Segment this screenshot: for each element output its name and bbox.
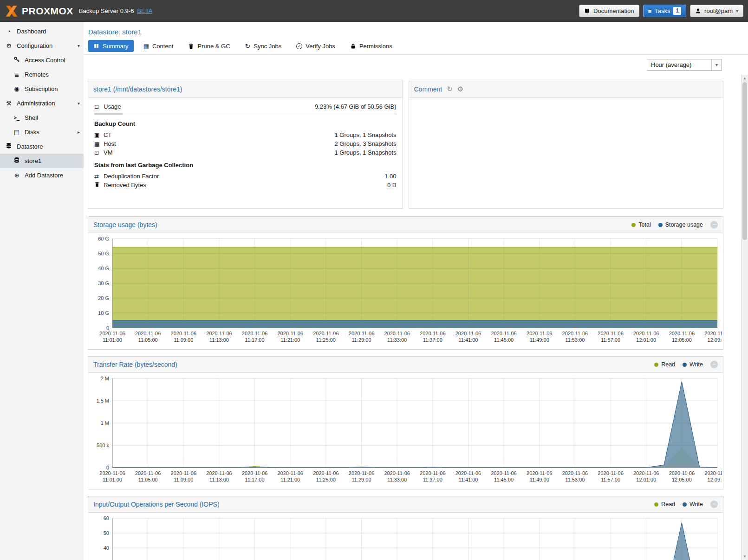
gauge-icon: ◔	[5, 28, 13, 35]
svg-text:11:29:00: 11:29:00	[352, 337, 371, 343]
svg-text:2020-11-06: 2020-11-06	[278, 470, 303, 476]
svg-text:11:57:00: 11:57:00	[601, 337, 620, 343]
svg-text:2020-11-06: 2020-11-06	[384, 470, 410, 476]
svg-text:11:09:00: 11:09:00	[174, 477, 193, 482]
chart-title: Transfer Rate (bytes/second)	[93, 361, 177, 368]
svg-text:11:25:00: 11:25:00	[316, 477, 336, 482]
svg-text:2020-11-06: 2020-11-06	[633, 470, 659, 476]
check-circle-icon: ✓	[296, 43, 302, 49]
legend-item[interactable]: Write	[683, 361, 703, 368]
chevron-down-icon[interactable]: ▾	[78, 43, 80, 48]
vertical-scrollbar[interactable]: ▲ ▼	[741, 75, 748, 560]
chart-legend: ReadWrite	[654, 501, 703, 508]
summary-content: store1 (/mnt/datastores/store1) ⊟ Usage …	[84, 75, 748, 560]
comment-body[interactable]	[409, 98, 723, 107]
sidebar-item-disks[interactable]: ▤ Disks ▸	[0, 125, 84, 139]
svg-text:12:09:00: 12:09:00	[708, 477, 722, 482]
legend-dot	[683, 502, 687, 507]
svg-text:2020-11-06: 2020-11-06	[384, 331, 410, 336]
svg-text:2020-11-06: 2020-11-06	[135, 470, 161, 476]
key-icon	[13, 56, 20, 64]
chevron-right-icon[interactable]: ▸	[78, 130, 80, 135]
refresh-icon[interactable]: ↻	[447, 85, 453, 93]
svg-text:11:21:00: 11:21:00	[280, 477, 300, 482]
collapse-minus-icon[interactable]: −	[710, 361, 718, 368]
collapse-minus-icon[interactable]: −	[710, 501, 718, 508]
legend-item[interactable]: Write	[683, 501, 703, 508]
legend-item[interactable]: Total	[631, 221, 650, 228]
collapse-minus-icon[interactable]: −	[710, 221, 718, 228]
svg-text:2 M: 2 M	[101, 376, 109, 381]
tasks-count-badge: 1	[673, 7, 681, 15]
documentation-button[interactable]: Documentation	[579, 5, 639, 17]
vm-row: ⊡ VM 1 Groups, 1 Snapshots	[94, 148, 397, 157]
svg-text:2020-11-06: 2020-11-06	[527, 331, 552, 336]
tab-sync-jobs[interactable]: ↻ Sync Jobs	[240, 40, 287, 52]
chevron-down-icon[interactable]: ▾	[78, 101, 80, 106]
legend-dot	[658, 223, 663, 227]
sidebar-item-subscription[interactable]: ◉ Subscription	[0, 82, 84, 96]
sidebar-item-add-datastore[interactable]: ⊕ Add Datastore	[0, 168, 84, 182]
proxmox-logo: PROXMOX	[5, 4, 73, 18]
compress-arrows-icon: ⇄	[94, 173, 104, 180]
svg-text:12:01:00: 12:01:00	[636, 337, 656, 343]
sidebar-item-dashboard[interactable]: ◔ Dashboard	[0, 24, 84, 39]
tasks-button[interactable]: ≡ Tasks 1	[643, 5, 687, 17]
svg-text:2020-11-06: 2020-11-06	[420, 331, 445, 336]
tab-bar: Summary ▦ Content Prune & GC ↻ Sync Jobs…	[84, 40, 748, 55]
svg-text:11:57:00: 11:57:00	[601, 477, 620, 482]
user-menu-button[interactable]: root@pam ▾	[690, 5, 743, 17]
legend-item[interactable]: Storage usage	[658, 221, 703, 228]
tab-summary[interactable]: Summary	[88, 40, 134, 52]
sidebar-item-administration[interactable]: ⚒ Administration ▾	[0, 96, 84, 111]
svg-text:11:21:00: 11:21:00	[280, 337, 300, 343]
tab-verify-jobs[interactable]: ✓ Verify Jobs	[291, 40, 340, 52]
panel-title: store1 (/mnt/datastores/store1)	[93, 85, 182, 93]
trash-icon	[188, 43, 194, 49]
sidebar-item-configuration[interactable]: ⚙ Configuration ▾	[0, 39, 84, 53]
comment-panel: Comment ↻ ⚙	[409, 81, 724, 208]
svg-text:2020-11-06: 2020-11-06	[278, 331, 303, 336]
disks-icon: ▤	[13, 129, 20, 136]
usage-row: ⊟ Usage 9.23% (4.67 GiB of 50.56 GiB)	[94, 102, 397, 111]
tab-permissions[interactable]: Permissions	[345, 40, 397, 52]
app-window: PROXMOX Backup Server 0.9-6 BETA Documen…	[0, 0, 748, 560]
svg-text:0: 0	[106, 465, 109, 470]
dedup-row: ⇄ Deduplication Factor 1.00	[94, 172, 397, 181]
svg-text:11:53:00: 11:53:00	[565, 477, 585, 482]
svg-text:2020-11-06: 2020-11-06	[99, 331, 125, 336]
sidebar-item-datastore[interactable]: Datastore	[0, 139, 84, 154]
chevron-down-icon[interactable]: ▾	[711, 59, 722, 70]
gears-icon: ⚙	[5, 42, 13, 49]
scroll-up-icon[interactable]: ▲	[741, 75, 748, 82]
scrollbar-thumb[interactable]	[742, 82, 747, 240]
svg-text:11:13:00: 11:13:00	[209, 337, 229, 343]
svg-text:11:53:00: 11:53:00	[565, 337, 585, 343]
beta-link[interactable]: BETA	[137, 7, 152, 14]
tab-prune-gc[interactable]: Prune & GC	[183, 40, 235, 52]
sidebar-item-remotes[interactable]: ≣ Remotes	[0, 67, 84, 82]
time-range-select[interactable]: Hour (average) ▾	[647, 59, 722, 71]
svg-text:60 G: 60 G	[98, 236, 109, 241]
svg-text:11:13:00: 11:13:00	[209, 477, 229, 482]
svg-text:2020-11-06: 2020-11-06	[313, 470, 338, 476]
sidebar-item-access-control[interactable]: Access Control	[0, 53, 84, 67]
scroll-down-icon[interactable]: ▼	[741, 553, 748, 560]
svg-text:2020-11-06: 2020-11-06	[669, 470, 695, 476]
legend-dot	[683, 363, 687, 367]
sidebar-item-store1[interactable]: store1	[0, 154, 84, 168]
svg-text:12:05:00: 12:05:00	[672, 477, 692, 482]
svg-text:11:41:00: 11:41:00	[458, 477, 478, 482]
legend-item[interactable]: Read	[654, 501, 675, 508]
svg-text:2020-11-06: 2020-11-06	[598, 470, 623, 476]
sidebar-item-shell[interactable]: >_ Shell	[0, 111, 84, 125]
legend-item[interactable]: Read	[654, 361, 675, 368]
svg-text:2020-11-06: 2020-11-06	[99, 470, 125, 476]
tab-content[interactable]: ▦ Content	[138, 40, 179, 52]
svg-text:500 k: 500 k	[97, 443, 109, 448]
svg-text:50 G: 50 G	[98, 251, 109, 256]
svg-text:11:01:00: 11:01:00	[103, 477, 122, 482]
gear-icon[interactable]: ⚙	[457, 85, 463, 93]
svg-text:2020-11-06: 2020-11-06	[562, 331, 588, 336]
gc-stats-header: Stats from last Garbage Collection	[94, 162, 397, 169]
